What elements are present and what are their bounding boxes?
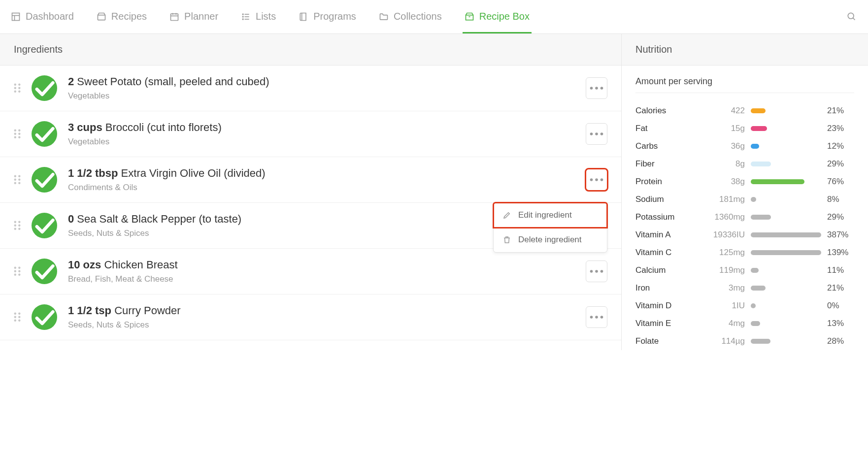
nutrition-value: 1IU	[698, 301, 745, 311]
nav-label: Recipes	[111, 11, 147, 22]
check-icon[interactable]	[32, 213, 57, 238]
svg-point-33	[590, 316, 593, 319]
nav-dashboard[interactable]: Dashboard	[9, 5, 76, 33]
nutrition-header: Nutrition	[622, 34, 868, 65]
svg-point-18	[590, 87, 593, 90]
nutrition-value: 422	[698, 106, 745, 116]
svg-point-34	[595, 316, 598, 319]
svg-point-11	[242, 16, 243, 17]
ingredient-category: Vegetables	[68, 137, 575, 147]
nav-recipes[interactable]: Recipes	[95, 5, 149, 33]
nutrition-percent: 0%	[827, 301, 854, 311]
nutrition-row: Iron3mg21%	[622, 279, 868, 297]
nutrition-percent: 29%	[827, 212, 854, 222]
drag-handle-icon[interactable]: ••••••	[14, 175, 21, 185]
check-icon[interactable]	[32, 75, 57, 101]
drag-handle-icon[interactable]: ••••••	[14, 266, 21, 277]
ingredient-row: ••••••3 cups Broccoli (cut into florets)…	[0, 111, 621, 157]
nutrition-bar	[751, 268, 821, 273]
delete-ingredient-item[interactable]: Delete ingredient	[494, 228, 607, 252]
svg-point-22	[595, 132, 598, 135]
nav-recipe-box[interactable]: Recipe Box	[463, 5, 532, 33]
nutrition-value: 15g	[698, 124, 745, 133]
svg-rect-14	[466, 15, 473, 20]
nutrition-row: Folate114µg28%	[622, 332, 868, 350]
nutrition-label: Fat	[635, 124, 692, 133]
nutrition-row: Carbs36g12%	[622, 137, 868, 155]
nutrition-row: Vitamin D1IU0%	[622, 297, 868, 315]
ingredients-list: ••••••2 Sweet Potato (small, peeled and …	[0, 65, 621, 340]
edit-ingredient-item[interactable]: Edit ingredient	[494, 203, 607, 228]
drag-handle-icon[interactable]: ••••••	[14, 129, 21, 139]
ingredient-name: Chicken Breast	[101, 259, 177, 271]
nutrition-bar	[751, 126, 821, 131]
drag-handle-icon[interactable]: ••••••	[14, 221, 21, 231]
divider	[635, 93, 854, 93]
nav-lists[interactable]: Lists	[239, 5, 278, 33]
nutrition-value: 114µg	[698, 336, 745, 346]
drag-handle-icon[interactable]: ••••••	[14, 83, 21, 94]
svg-point-23	[601, 132, 603, 135]
more-options-button[interactable]	[586, 77, 607, 99]
nutrition-label: Folate	[635, 336, 692, 346]
nav-planner[interactable]: Planner	[167, 5, 220, 33]
nutrition-percent: 29%	[827, 159, 854, 169]
main-content: Ingredients ••••••2 Sweet Potato (small,…	[0, 34, 868, 350]
more-options-button[interactable]	[586, 306, 607, 328]
drag-handle-icon[interactable]: ••••••	[14, 312, 21, 323]
nutrition-label: Carbs	[635, 141, 692, 151]
nav-collections[interactable]: Collections	[377, 5, 444, 33]
ingredient-row: ••••••1 1/2 tbsp Extra Virgin Olive Oil …	[0, 157, 621, 203]
ingredient-amount: 0	[68, 213, 74, 225]
nav-label: Planner	[184, 11, 218, 22]
check-icon[interactable]	[32, 167, 57, 193]
nav-programs[interactable]: Programs	[297, 5, 358, 33]
nutrition-label: Protein	[635, 177, 692, 187]
svg-point-26	[601, 178, 603, 181]
nutrition-bar	[751, 144, 821, 149]
check-icon[interactable]	[32, 304, 57, 330]
nutrition-percent: 387%	[827, 230, 854, 240]
nutrition-percent: 21%	[827, 283, 854, 293]
svg-point-21	[590, 132, 593, 135]
ingredient-text: 2 Sweet Potato (small, peeled and cubed)…	[68, 75, 575, 101]
ingredient-name: Sweet Potato (small, peeled and cubed)	[74, 75, 269, 88]
check-icon[interactable]	[32, 259, 57, 284]
nutrition-row: Sodium181mg8%	[622, 191, 868, 208]
ingredient-category: Bread, Fish, Meat & Cheese	[68, 274, 575, 284]
search-icon	[846, 11, 856, 21]
more-options-button[interactable]	[586, 123, 607, 145]
more-options-button[interactable]	[586, 261, 607, 282]
nutrition-percent: 12%	[827, 141, 854, 151]
nutrition-row: Calories42221%	[622, 102, 868, 120]
ingredient-name: Broccoli (cut into florets)	[102, 121, 222, 133]
svg-line-17	[853, 18, 855, 20]
svg-point-35	[601, 316, 603, 319]
ingredient-text: 1 1/2 tbsp Extra Virgin Olive Oil (divid…	[68, 167, 575, 193]
nutrition-value: 181mg	[698, 195, 745, 204]
more-options-button[interactable]	[586, 169, 607, 191]
svg-point-30	[590, 270, 593, 273]
dropdown-label: Edit ingredient	[518, 210, 572, 220]
nutrition-percent: 28%	[827, 336, 854, 346]
nutrition-value: 36g	[698, 141, 745, 151]
ingredient-row: ••••••10 ozs Chicken BreastBread, Fish, …	[0, 249, 621, 294]
nutrition-bar	[751, 179, 821, 184]
folder-icon	[379, 12, 389, 22]
nutrition-percent: 23%	[827, 124, 854, 133]
nutrition-bar	[751, 108, 821, 113]
ingredient-text: 1 1/2 tsp Curry PowderSeeds, Nuts & Spic…	[68, 304, 575, 330]
nutrition-row: Fat15g23%	[622, 120, 868, 137]
nutrition-row: Calcium119mg11%	[622, 261, 868, 279]
calendar-icon	[169, 12, 179, 22]
check-icon[interactable]	[32, 121, 57, 147]
nutrition-value: 1360mg	[698, 212, 745, 222]
svg-point-31	[595, 270, 598, 273]
nutrition-bar	[751, 197, 821, 202]
nutrition-bar	[751, 215, 821, 220]
nutrition-label: Vitamin C	[635, 248, 692, 258]
ingredient-row: ••••••1 1/2 tsp Curry PowderSeeds, Nuts …	[0, 294, 621, 340]
ingredients-panel: Ingredients ••••••2 Sweet Potato (small,…	[0, 34, 622, 350]
search-button[interactable]	[843, 5, 859, 33]
ingredient-category: Seeds, Nuts & Spices	[68, 320, 575, 330]
